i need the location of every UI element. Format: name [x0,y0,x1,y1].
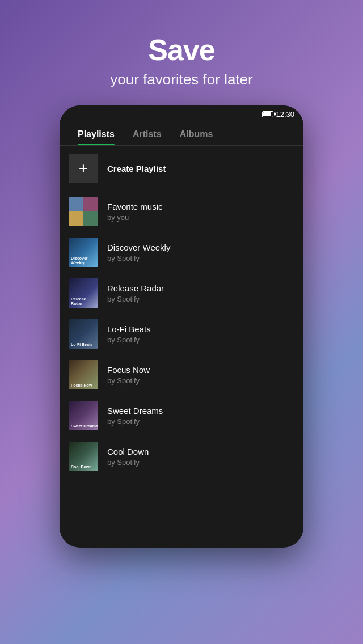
phone-frame: 12:30 Playlists Artists Albums + Create … [60,105,303,548]
playlist-author: by Spotify [107,458,149,467]
list-item[interactable]: Focus Now Focus Now by Spotify [60,354,303,395]
playlist-thumb-lofi: Lo-Fi Beats [69,319,98,349]
playlist-author: by you [107,213,163,222]
playlist-info: Focus Now by Spotify [107,365,150,385]
hero-subtitle: your favorites for later [11,71,352,88]
playlist-thumb-radar: ReleaseRadar [69,278,98,308]
create-playlist-button[interactable]: + Create Playlist [60,146,303,191]
playlist-info: Lo-Fi Beats by Spotify [107,324,151,344]
status-time: 12:30 [276,110,294,118]
playlist-name: Release Radar [107,283,164,293]
hero-section: Save your favorites for later [0,0,363,105]
tabs-bar: Playlists Artists Albums [60,122,303,146]
list-item[interactable]: Lo-Fi Beats Lo-Fi Beats by Spotify [60,313,303,354]
playlist-author: by Spotify [107,417,163,426]
tab-artists[interactable]: Artists [124,122,171,145]
playlist-thumb-favorite [69,197,98,226]
battery-icon [262,111,273,117]
playlist-name: Focus Now [107,365,150,375]
tab-playlists[interactable]: Playlists [69,122,124,145]
playlist-author: by Spotify [107,295,164,303]
create-playlist-icon: + [69,154,98,183]
list-item[interactable]: ReleaseRadar Release Radar by Spotify [60,273,303,313]
playlist-name: Discover Weekly [107,243,170,252]
playlist-name: Favorite music [107,202,163,211]
list-item[interactable]: Favorite music by you [60,191,303,232]
playlist-thumb-focus: Focus Now [69,360,98,389]
playlist-info: Release Radar by Spotify [107,283,164,303]
list-item[interactable]: Cool Down Cool Down by Spotify [60,436,303,477]
playlist-info: Favorite music by you [107,202,163,222]
playlist-name: Cool Down [107,447,149,456]
playlist-info: Cool Down by Spotify [107,447,149,467]
playlist-list: + Create Playlist Favorite music by you [60,146,303,537]
playlist-thumb-discover: DiscoverWeekly [69,238,98,267]
playlist-info: Discover Weekly by Spotify [107,243,170,262]
status-bar: 12:30 [60,105,303,122]
playlist-author: by Spotify [107,336,151,344]
hero-title: Save [11,34,352,66]
playlist-name: Sweet Dreams [107,406,163,416]
playlist-thumb-dreams: Sweet Dreams [69,401,98,430]
playlist-thumb-cooldown: Cool Down [69,442,98,471]
playlist-author: by Spotify [107,254,170,262]
list-item[interactable]: Sweet Dreams Sweet Dreams by Spotify [60,395,303,436]
tab-albums[interactable]: Albums [171,122,222,145]
playlist-info: Sweet Dreams by Spotify [107,406,163,426]
create-playlist-label: Create Playlist [107,164,166,173]
playlist-author: by Spotify [107,376,150,385]
playlist-name: Lo-Fi Beats [107,324,151,334]
list-item[interactable]: DiscoverWeekly Discover Weekly by Spotif… [60,232,303,273]
